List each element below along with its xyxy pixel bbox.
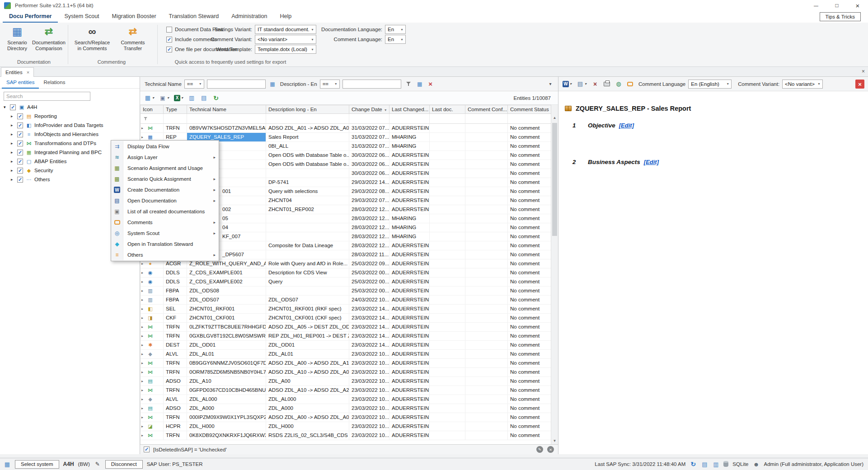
technical-name-filter-input[interactable] [207, 80, 266, 89]
autofilter-cell[interactable] [430, 114, 465, 124]
table-row[interactable]: ◆ALVLZDL_AL000ZDL_AL00023/03/2022 10...A… [141, 395, 551, 404]
column-layout-button[interactable] [187, 93, 196, 103]
autofilter-cell[interactable] [389, 114, 430, 124]
table-row[interactable]: ⋈TRFN0ORM785ZD6M5NB5NB0Y0HL7FADSO ZDL_A1… [141, 368, 551, 377]
filter-expression[interactable]: [IsDeletedInSAP] = 'Unchecked' [153, 447, 227, 452]
row-expander-icon[interactable] [141, 341, 147, 349]
menu-item-display-data-flow[interactable]: ⇉Display Data Flow [111, 141, 219, 152]
row-expander-icon[interactable] [141, 332, 147, 340]
log-icon[interactable] [701, 461, 708, 468]
expander-icon[interactable] [11, 141, 17, 146]
autofilter-cell[interactable] [141, 114, 164, 124]
row-expander-icon[interactable] [141, 305, 147, 313]
comments-transfer-button[interactable]: Comments Transfer [116, 24, 150, 51]
description-filter-input[interactable] [343, 80, 401, 89]
close-preview-icon[interactable] [855, 80, 864, 89]
column-header-icon[interactable]: Icon [141, 105, 164, 114]
column-header-comment-status[interactable]: Comment Status [508, 105, 551, 114]
disconnect-button[interactable]: Disconnect [105, 460, 143, 469]
checkbox-box-icon[interactable] [17, 159, 23, 164]
row-expander-icon[interactable] [141, 287, 147, 295]
row-expander-icon[interactable] [141, 413, 147, 422]
ribbon-tab-help[interactable]: Help [273, 11, 298, 23]
table-row[interactable]: ⋈TRFN0B9VW7KSHOSDTZN3VMEL5AF4ADSO ZDL_A0… [141, 124, 551, 133]
sync-icon[interactable] [690, 461, 697, 468]
table-row[interactable]: ◪HCPRZDL_H000ZDL_H00023/03/2022 10...ADU… [141, 422, 551, 431]
print-button[interactable] [603, 79, 611, 89]
menu-item-scenario-quick-assignment[interactable]: ▩Scenario Quick Assignment [111, 174, 219, 184]
maximize-button[interactable] [826, 0, 847, 11]
close-button[interactable] [847, 0, 868, 11]
table-row[interactable]: ⋈TRFN000IPZM09X9W0X1YPL3SQXP2FADSO ZDL_A… [141, 413, 551, 422]
panel-chevron-icon[interactable] [546, 80, 554, 88]
scroll-down-icon[interactable] [551, 437, 558, 444]
documentation-comparison-button[interactable]: Documentation Comparison [32, 24, 66, 51]
close-filter-icon[interactable] [547, 446, 554, 453]
tree-item-reporting[interactable]: ▤Reporting [0, 112, 140, 121]
autofilter-cell[interactable] [164, 114, 187, 124]
column-header-technical-name[interactable]: Technical Name [187, 105, 266, 114]
open-document-button[interactable] [576, 79, 587, 89]
menu-item-open-documentation[interactable]: ▤Open Documentation [111, 195, 219, 206]
save-layout-button[interactable] [158, 93, 170, 103]
export-excel-button[interactable] [173, 93, 184, 103]
section-edit-link[interactable]: [Edit] [619, 122, 634, 129]
row-expander-icon[interactable] [141, 314, 147, 322]
clear-filter-icon[interactable] [427, 80, 435, 88]
section-edit-link[interactable]: [Edit] [644, 159, 659, 165]
checkbox-box-icon[interactable] [17, 150, 23, 155]
menu-item-system-scout[interactable]: ◎System Scout [111, 228, 219, 239]
row-layout-button[interactable] [199, 93, 208, 103]
ribbon-tab-docu-performer[interactable]: Docu Performer [3, 11, 58, 23]
expander-icon[interactable] [11, 159, 17, 164]
row-expander-icon[interactable] [141, 323, 147, 331]
filter-checkbox[interactable] [144, 446, 150, 452]
select-comment-language[interactable]: En [385, 35, 406, 44]
tree-item-infoprovider-and-data-targets[interactable]: ◧InfoProvider and Data Targets [0, 121, 140, 130]
row-expander-icon[interactable] [141, 350, 147, 358]
checkbox-box-icon[interactable] [17, 141, 23, 146]
strip-close-icon[interactable] [862, 68, 865, 75]
row-expander-icon[interactable] [141, 124, 147, 132]
table-row[interactable]: ◧SELZHCNT01_RKF001ZHCNT01_RKF001 (RKF sp… [141, 305, 551, 314]
comment-variant-select[interactable]: <No variant> [782, 80, 823, 89]
select-settings-variant[interactable]: IT standard document... [255, 25, 316, 34]
column-header-description-long-en[interactable]: Description long - En [266, 105, 349, 114]
autofilter-cell[interactable] [465, 114, 508, 124]
table-row[interactable]: ▥FBPAZDL_ODS07ZDL_ODS0724/03/2022 10...A… [141, 296, 551, 305]
row-expander-icon[interactable] [141, 395, 147, 404]
checkbox-box-icon[interactable] [10, 104, 16, 110]
search-input[interactable] [4, 92, 90, 101]
table-row[interactable]: ▤ADSOZDL_A000ZDL_A00023/03/2022 10...ADU… [141, 404, 551, 413]
row-expander-icon[interactable] [141, 277, 147, 286]
expander-icon[interactable] [11, 114, 17, 118]
select-comment-variant[interactable]: <No variant> [255, 35, 316, 44]
column-header-last-changed[interactable]: Last Changed... [389, 105, 430, 114]
table-row[interactable]: ◨CKFZHCNT01_CKF001ZHCNT01_CKF001 (CKF sp… [141, 314, 551, 323]
autofilter-cell[interactable] [266, 114, 349, 124]
tab-entities[interactable]: Entities [1, 67, 34, 77]
table-row[interactable]: ▥FBPAZDL_ODS0825/03/2022 00...ADUERRSTEI… [141, 287, 551, 296]
row-expander-icon[interactable] [141, 296, 147, 304]
tab-sap-entities[interactable]: SAP entities [2, 77, 39, 89]
row-expander-icon[interactable] [141, 359, 147, 367]
search-replace-comments-button[interactable]: Search/Replace in Comments [71, 24, 113, 51]
grid-scrollbar[interactable] [551, 114, 558, 444]
edit-filter-icon[interactable] [536, 446, 543, 453]
expander-icon[interactable] [11, 177, 17, 182]
row-expander-icon[interactable] [141, 422, 147, 431]
expander-icon[interactable] [11, 123, 17, 127]
row-expander-icon[interactable] [141, 268, 147, 277]
menu-item-others[interactable]: ≡Others [111, 249, 219, 260]
scrollbar-thumb[interactable] [552, 123, 557, 236]
description-operator-select[interactable]: == [320, 80, 340, 89]
checkbox-box-icon[interactable] [17, 122, 23, 128]
tree-item-a4h[interactable]: ▣A4H [0, 103, 140, 112]
table-row[interactable]: ✱DESTZDL_OD01ZDL_OD0123/03/2022 14...ADU… [141, 341, 551, 350]
technical-name-operator-select[interactable]: == [184, 80, 204, 89]
menu-item-list-of-all-created-documentations[interactable]: ▣List of all created documentations [111, 206, 219, 217]
select-word-template[interactable]: Template.dotx (Local) [255, 45, 316, 54]
column-header-last-doc[interactable]: Last doc. [430, 105, 465, 114]
row-expander-icon[interactable] [141, 377, 147, 385]
menu-item-comments[interactable]: Comments [111, 217, 219, 228]
